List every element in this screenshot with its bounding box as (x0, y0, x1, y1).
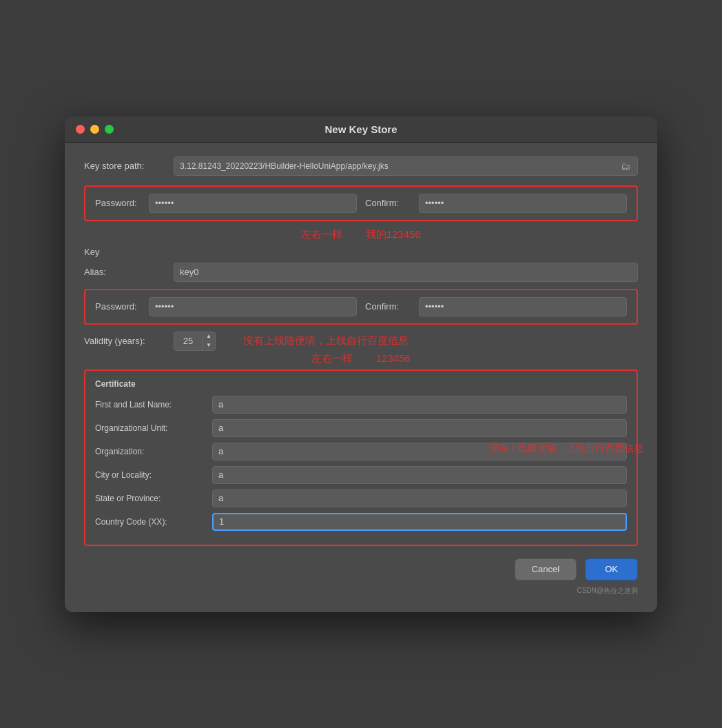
key-confirm-input[interactable] (419, 297, 627, 316)
watermark: CSDN@热拉之迷洞 (84, 586, 638, 596)
store-confirm-label: Confirm: (365, 198, 413, 208)
key-password-label: Password: (95, 301, 143, 312)
certificate-section-label: Certificate (95, 379, 627, 389)
keystore-path-field: 🗂 (174, 156, 638, 176)
store-confirm-group: Confirm: (365, 194, 627, 213)
key-password-row: Password: Confirm: (95, 297, 627, 316)
maximize-button[interactable] (105, 125, 114, 134)
keystore-path-row: Key store path: 🗂 (84, 156, 638, 176)
minimize-button[interactable] (90, 125, 99, 134)
alias-label: Alias: (84, 267, 174, 277)
key-password-input[interactable] (149, 297, 357, 316)
store-password-group: Password: (95, 194, 357, 213)
validity-increment-button[interactable]: ▲ (203, 332, 215, 341)
cert-annotation: 没有上线随便填，上线自行百度信息 (489, 443, 643, 455)
cancel-button[interactable]: Cancel (515, 558, 577, 580)
validity-value: 25 (174, 336, 202, 346)
store-password-section: Password: Confirm: (84, 185, 638, 221)
cert-city-input[interactable] (212, 466, 627, 484)
key-password-section: Password: Confirm: (84, 289, 638, 325)
traffic-lights (76, 125, 114, 134)
store-confirm-input[interactable] (419, 194, 627, 213)
cert-country-row: Country Code (XX): (95, 513, 627, 531)
title-bar: New Key Store (65, 117, 657, 143)
store-password-label: Password: (95, 198, 143, 208)
cert-org-unit-input[interactable] (212, 419, 627, 437)
certificate-section: Certificate First and Last Name: Organiz… (84, 370, 638, 546)
validity-spinner: 25 ▲ ▼ (174, 332, 216, 351)
button-row: Cancel OK (84, 558, 638, 583)
dialog-content: Key store path: 🗂 Password: Confirm: 左 (65, 143, 657, 612)
validity-decrement-button[interactable]: ▼ (203, 341, 215, 350)
spinner-buttons: ▲ ▼ (202, 332, 215, 350)
new-key-store-dialog: New Key Store Key store path: 🗂 Password… (65, 117, 657, 612)
cert-first-last-name-row: First and Last Name: (95, 396, 627, 414)
keystore-path-input[interactable] (180, 161, 617, 171)
key-password-group: Password: (95, 297, 357, 316)
cert-state-row: State or Province: (95, 489, 627, 507)
validity-row: Validity (years): 25 ▲ ▼ 没有上线随便填，上线自行百度信… (84, 332, 638, 351)
validity-label: Validity (years): (84, 336, 174, 346)
cert-country-label: Country Code (XX): (95, 517, 212, 527)
dialog-title: New Key Store (324, 123, 397, 135)
validity-annotation: 没有上线随便填，上线自行百度信息 (243, 334, 409, 347)
cert-first-last-name-input[interactable] (212, 396, 627, 414)
cert-state-label: State or Province: (95, 494, 212, 503)
key-confirm-label: Confirm: (365, 301, 413, 312)
cert-org-label: Organization: (95, 447, 212, 456)
cert-first-last-name-label: First and Last Name: (95, 400, 212, 410)
cert-state-input[interactable] (212, 489, 627, 507)
key-confirm-group: Confirm: (365, 297, 627, 316)
key-section-label: Key (84, 247, 638, 257)
cert-city-row: City or Locality: (95, 466, 627, 484)
cert-org-unit-row: Organizational Unit: (95, 419, 627, 437)
close-button[interactable] (76, 125, 85, 134)
cert-country-input[interactable] (212, 513, 627, 531)
store-password-annotation: 左右一样 我的123456 (84, 228, 638, 241)
cert-org-unit-label: Organizational Unit: (95, 423, 212, 433)
key-password-annotation: 左右一样 123456 (84, 352, 638, 365)
folder-browse-button[interactable]: 🗂 (619, 161, 632, 172)
alias-input[interactable] (174, 263, 638, 282)
cert-city-label: City or Locality: (95, 470, 212, 480)
ok-button[interactable]: OK (585, 558, 638, 580)
store-password-row: Password: Confirm: (95, 194, 627, 213)
store-password-input[interactable] (149, 194, 357, 213)
alias-row: Alias: (84, 263, 638, 282)
keystore-path-label: Key store path: (84, 161, 174, 171)
